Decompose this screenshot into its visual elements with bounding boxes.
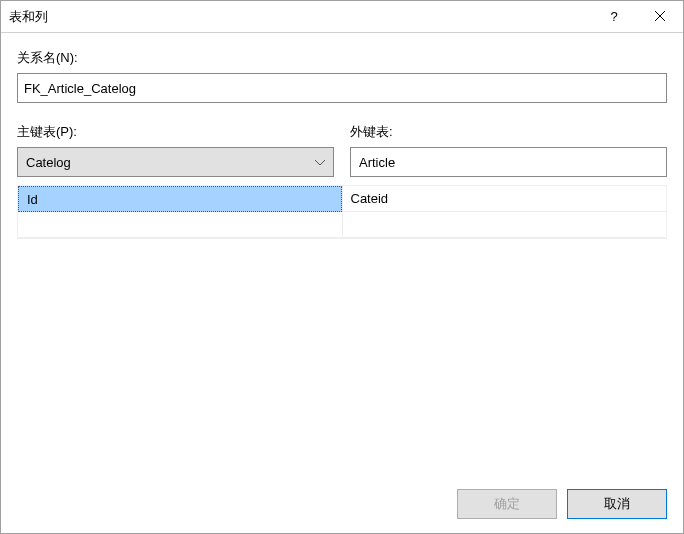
grid-cell-empty[interactable] [18, 212, 342, 238]
dialog-content: 关系名(N): 主键表(P): Catelog 外键表: Article [1, 33, 683, 475]
foreign-table-box: Article [350, 147, 667, 177]
close-icon [655, 9, 665, 24]
primary-table-dropdown[interactable]: Catelog [17, 147, 334, 177]
cancel-button[interactable]: 取消 [567, 489, 667, 519]
dialog-footer: 确定 取消 [1, 475, 683, 533]
relation-name-input[interactable] [17, 73, 667, 103]
foreign-table-value: Article [359, 155, 395, 170]
help-icon: ? [610, 9, 617, 24]
help-button[interactable]: ? [591, 1, 637, 33]
chevron-down-icon [315, 157, 325, 168]
primary-col-value: Id [27, 192, 38, 207]
dialog-window: 表和列 ? 关系名(N): 主键表(P): Catelog [0, 0, 684, 534]
relation-name-label: 关系名(N): [17, 49, 667, 67]
grid-cell-selected[interactable]: Id [18, 186, 342, 212]
primary-table-value: Catelog [26, 155, 315, 170]
primary-columns: Id [18, 186, 342, 238]
columns-grid: Id Cateid [17, 185, 667, 239]
titlebar: 表和列 ? [1, 1, 683, 33]
ok-button[interactable]: 确定 [457, 489, 557, 519]
primary-table-label: 主键表(P): [17, 123, 334, 141]
window-title: 表和列 [9, 8, 591, 26]
grid-cell-empty[interactable] [343, 212, 667, 238]
close-button[interactable] [637, 1, 683, 33]
primary-table-col: 主键表(P): Catelog [17, 123, 334, 177]
foreign-columns: Cateid [342, 186, 667, 238]
grid-cell[interactable]: Cateid [343, 186, 667, 212]
foreign-table-col: 外键表: Article [350, 123, 667, 177]
foreign-table-label: 外键表: [350, 123, 667, 141]
foreign-col-value: Cateid [351, 191, 389, 206]
tables-row: 主键表(P): Catelog 外键表: Article [17, 123, 667, 177]
